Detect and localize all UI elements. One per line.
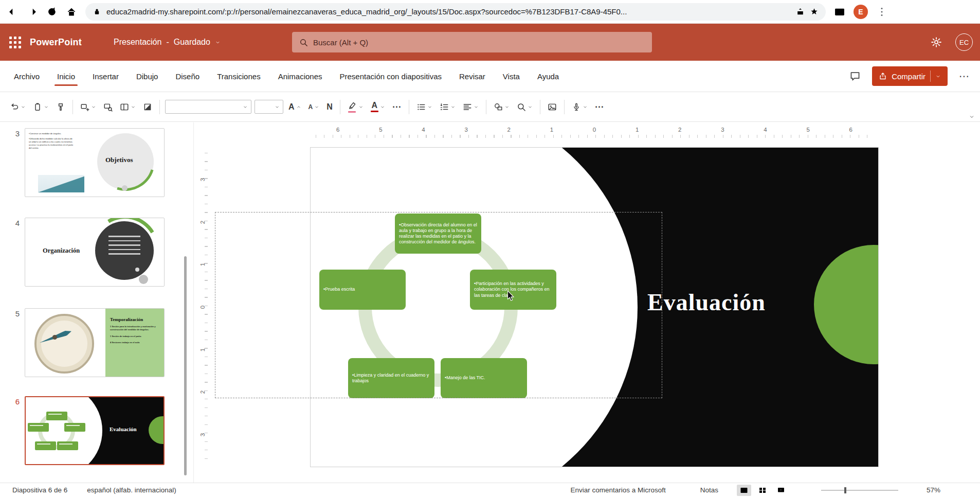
ribbon-tab[interactable]: Ayuda <box>529 61 568 92</box>
forward-icon[interactable] <box>27 6 38 17</box>
numbering-button[interactable] <box>436 98 459 116</box>
find-zoom-button[interactable] <box>513 98 536 116</box>
designer-button[interactable] <box>544 98 560 116</box>
diagram-box[interactable]: •Manejo de las TIC. <box>441 358 527 398</box>
dot-shape <box>139 275 148 284</box>
grow-font-button[interactable]: A <box>285 98 305 116</box>
panel-scrollbar[interactable] <box>184 256 187 475</box>
notes-toggle[interactable]: Notas <box>688 486 718 494</box>
thumbnail-row: 4 Organización <box>0 218 165 287</box>
back-icon[interactable] <box>7 6 19 17</box>
toolbar-overflow-button[interactable]: ⋯ <box>591 98 608 116</box>
ribbon-tab[interactable]: Animaciones <box>269 61 331 92</box>
ribbon-tab[interactable]: Dibujo <box>128 61 167 92</box>
settings-gear-icon[interactable] <box>931 37 942 48</box>
editor-canvas[interactable]: 6543210123456 3210123 •Observación direc… <box>194 122 980 483</box>
slide-5-thumbnail[interactable]: Temporalización 1 Sesión para la introdu… <box>25 308 165 377</box>
thumb-title: Evaluación <box>110 426 137 432</box>
ribbon-tab[interactable]: Inicio <box>48 61 84 92</box>
ruler-label: 0 <box>199 306 206 309</box>
format-painter-button[interactable] <box>52 98 69 116</box>
shrink-font-button[interactable]: A <box>305 98 323 116</box>
bookmark-star-icon[interactable] <box>810 7 819 16</box>
sidebar-panel-icon[interactable] <box>834 6 845 17</box>
search-input[interactable] <box>313 38 645 47</box>
mini-diagram-box <box>46 412 67 420</box>
zoom-percentage[interactable]: 57% <box>922 486 940 494</box>
mini-diagram-box <box>28 423 49 432</box>
slide-number: 4 <box>12 218 20 227</box>
slideshow-view-button[interactable] <box>774 485 788 496</box>
app-launcher-icon[interactable] <box>3 30 27 54</box>
shape-fill-button[interactable] <box>139 98 156 116</box>
shapes-button[interactable] <box>490 98 513 116</box>
share-button[interactable]: Compartir <box>872 66 948 86</box>
reload-icon[interactable] <box>46 6 58 17</box>
account-avatar[interactable]: EC <box>955 33 973 51</box>
more-font-options-button[interactable]: ⋯ <box>389 98 405 116</box>
ribbon-more-button[interactable]: ⋯ <box>959 70 970 82</box>
slide-number: 5 <box>12 308 20 318</box>
ruler-label: 2 <box>199 390 206 394</box>
zoom-in-icon[interactable] <box>903 487 911 494</box>
share-page-icon[interactable] <box>796 7 805 16</box>
zoom-slider[interactable] <box>821 490 898 491</box>
bullets-button[interactable] <box>413 98 436 116</box>
mini-diagram-box <box>35 441 56 450</box>
url-text[interactable]: educa2madrid-my.sharepoint.com/:p:/r/per… <box>106 7 791 16</box>
zoom-slider-thumb[interactable] <box>844 487 846 493</box>
slide-number: 6 <box>12 396 20 406</box>
home-icon[interactable] <box>66 6 77 17</box>
browser-menu-icon[interactable] <box>876 6 887 17</box>
fit-to-window-icon[interactable] <box>961 486 970 494</box>
feedback-link[interactable]: Enviar comentarios a Microsoft <box>570 486 665 494</box>
thumbnail-row: 3 •Construir un medidor de ángulos. •Uti… <box>0 128 165 197</box>
ribbon-collapse-icon[interactable] <box>969 114 975 120</box>
horizontal-ruler: 6543210123456 <box>311 127 878 138</box>
slide-sorter-view-button[interactable] <box>755 485 770 496</box>
undo-button[interactable] <box>6 98 29 116</box>
align-button[interactable] <box>459 98 482 116</box>
slide-layout-button[interactable] <box>116 98 139 116</box>
ribbon-tab[interactable]: Insertar <box>84 61 128 92</box>
diagram-box[interactable]: •Limpieza y claridad en el cuaderno y tr… <box>348 358 434 398</box>
language-indicator[interactable]: español (alfab. internacional) <box>87 486 176 494</box>
diagram-box[interactable]: •Prueba escrita <box>319 270 406 310</box>
slide-4-thumbnail[interactable]: Organización <box>25 218 165 287</box>
diagram-box[interactable]: •Participación en las actividades y cola… <box>470 270 556 310</box>
ribbon-tab[interactable]: Transiciones <box>208 61 269 92</box>
chevron-down-icon <box>935 74 941 79</box>
font-color-button[interactable]: A <box>367 98 389 116</box>
highlighter-icon <box>348 101 357 110</box>
ruler-label: 6 <box>849 127 852 138</box>
reuse-slides-button[interactable] <box>100 98 116 116</box>
paste-button[interactable] <box>29 98 52 116</box>
slide-3-thumbnail[interactable]: •Construir un medidor de ángulos. •Utili… <box>25 128 165 197</box>
ribbon-tab[interactable]: Archivo <box>5 61 48 92</box>
slide-6-thumbnail-selected[interactable]: Evaluación <box>25 396 165 465</box>
new-slide-button[interactable] <box>77 98 100 116</box>
font-family-select[interactable] <box>165 100 251 114</box>
normal-view-button[interactable] <box>737 485 751 496</box>
office-header: PowerPoint Presentación - Guardado EC <box>0 24 980 61</box>
thumbnail-row: 5 Temporalización 1 Sesión para la intro… <box>0 308 165 377</box>
bold-button[interactable]: N <box>323 98 336 116</box>
diagram-box[interactable]: •Observación directa del alumno en el au… <box>395 214 481 254</box>
ruler-label: 1 <box>636 127 639 138</box>
dictate-button[interactable] <box>568 98 591 116</box>
ribbon-tab[interactable]: Presentación con diapositivas <box>331 61 450 92</box>
ribbon-tab[interactable]: Vista <box>494 61 529 92</box>
browser-profile-avatar[interactable]: E <box>854 5 868 19</box>
font-size-select[interactable] <box>255 100 283 114</box>
search-box[interactable] <box>292 32 652 52</box>
document-title[interactable]: Presentación - Guardado <box>114 38 221 47</box>
ribbon-tab[interactable]: Revisar <box>450 61 494 92</box>
ribbon-tab[interactable]: Diseño <box>167 61 208 92</box>
highlight-color-button[interactable] <box>344 98 367 116</box>
address-bar[interactable]: educa2madrid-my.sharepoint.com/:p:/r/per… <box>85 3 826 21</box>
slide-title[interactable]: Evaluación <box>647 289 766 316</box>
zoom-out-icon[interactable] <box>809 487 816 494</box>
comments-icon[interactable] <box>849 70 861 82</box>
slide-canvas[interactable]: •Observación directa del alumno en el au… <box>311 148 878 467</box>
mouse-cursor <box>507 291 515 302</box>
